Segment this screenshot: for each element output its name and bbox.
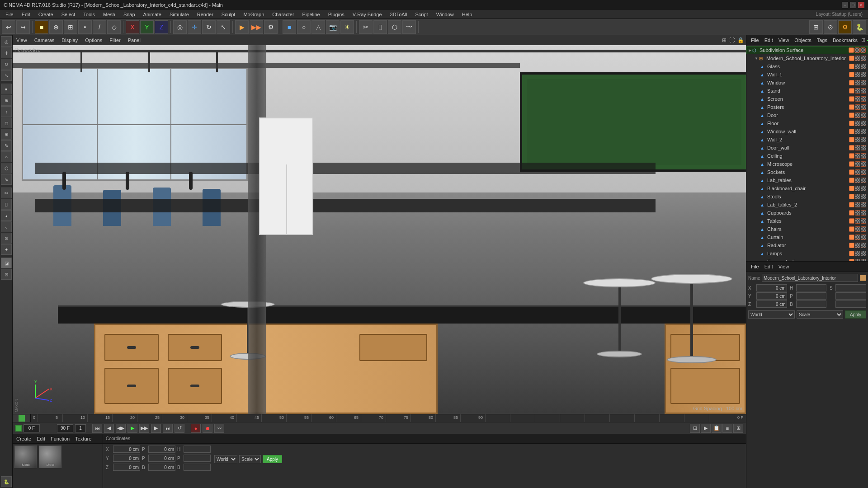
obj-menu-bookmarks[interactable]: Bookmarks [831, 38, 859, 43]
play-reverse-button[interactable]: ◀▶ [116, 424, 126, 433]
attr-menu-view[interactable]: View [777, 264, 791, 269]
obj-item-window-wall[interactable]: ▲ Window_wall [746, 127, 868, 136]
maximize-button[interactable]: □ [850, 2, 856, 8]
x-axis-button[interactable]: X [126, 20, 139, 34]
menu-animate[interactable]: Animate [140, 11, 165, 18]
menu-pipeline[interactable]: Pipeline [299, 11, 324, 18]
x-rot-field[interactable] [148, 446, 175, 453]
menu-simulate[interactable]: Simulate [166, 11, 193, 18]
left-btn3[interactable]: ↕ [1, 106, 12, 117]
x-size-field[interactable] [184, 446, 211, 453]
menu-vray[interactable]: V-Ray Bridge [349, 11, 386, 18]
obj-item-cupboards[interactable]: ▲ Cupboards [746, 209, 868, 217]
left-btn15[interactable]: ✦ [1, 244, 12, 255]
viewport-lock-icon[interactable]: 🔒 [737, 37, 744, 43]
obj-item-stand[interactable]: ▲ Stand [746, 87, 868, 95]
left-btn2[interactable]: ⊕ [1, 95, 12, 106]
viewport-menu-view[interactable]: View [14, 38, 29, 43]
viewport-layout-icon[interactable]: ⊞ [722, 37, 726, 43]
points-mode-button[interactable]: • [78, 20, 92, 34]
left-btn5[interactable]: ⊞ [1, 129, 12, 140]
left-select-btn[interactable]: ◎ [1, 36, 12, 47]
end-frame-field[interactable] [57, 424, 73, 432]
obj-item-root[interactable]: ▼ ⊞ Modern_School_Laboratory_Interior [746, 54, 868, 62]
menu-snap[interactable]: Snap [120, 11, 139, 18]
texture-axis-button[interactable]: ⊞ [64, 20, 77, 34]
attr-z-field[interactable] [756, 300, 787, 308]
snap-transport-btn[interactable]: ⊞ [690, 424, 700, 433]
attr-y-field[interactable] [756, 292, 787, 300]
menu-file[interactable]: File [2, 11, 17, 18]
viewport-menu-cameras[interactable]: Cameras [33, 38, 57, 43]
expand-btn[interactable]: ⊞ [733, 424, 743, 433]
play-button[interactable]: ▶ [127, 424, 137, 433]
z-size-field[interactable] [184, 464, 211, 471]
obj-item-labtables[interactable]: ▲ Lab_tables [746, 176, 868, 184]
left-btn4[interactable]: ◻ [1, 117, 12, 128]
left-btn11[interactable]: ⌷ [1, 199, 12, 210]
sphere-object-button[interactable]: ○ [297, 20, 311, 34]
attr-sz-field[interactable] [835, 300, 866, 308]
obj-item-floor[interactable]: ▲ Floor [746, 119, 868, 127]
motion-path-button[interactable]: 〰 [214, 424, 224, 433]
left-btn14[interactable]: ⊙ [1, 233, 12, 244]
menu-script[interactable]: Script [412, 11, 432, 18]
timeline-btn[interactable]: ≡ [722, 424, 732, 433]
left-btn6[interactable]: ✎ [1, 140, 12, 151]
left-mat-btn[interactable]: ◪ [1, 258, 12, 268]
attr-apply-button[interactable]: Apply [845, 310, 866, 319]
obj-item-subdivision[interactable]: ▶ ⬡ Subdivision Surface [746, 46, 868, 54]
left-tex-btn[interactable]: ⊡ [1, 269, 12, 280]
obj-item-ceiling[interactable]: ▲ Ceiling [746, 152, 868, 160]
render-view-button[interactable]: ▶ [235, 20, 249, 34]
obj-item-glass[interactable]: ▲ Glass [746, 62, 868, 70]
scale-tool-button[interactable]: ⤡ [217, 20, 230, 34]
obj-item-radiator[interactable]: ▲ Radiator [746, 241, 868, 249]
viewport-menu-options[interactable]: Options [83, 38, 104, 43]
attr-p-field[interactable] [796, 292, 827, 300]
timeline-ruler[interactable]: 0 5 10 15 20 25 30 35 40 45 50 55 60 65 … [13, 414, 746, 422]
attr-menu-file[interactable]: File [749, 264, 761, 269]
left-btn12[interactable]: ⬧ [1, 210, 12, 221]
obj-item-chairs[interactable]: ▲ Chairs [746, 225, 868, 233]
polygons-mode-button[interactable]: ◇ [107, 20, 121, 34]
menu-edit[interactable]: Edit [18, 11, 34, 18]
z-rot-field[interactable] [148, 464, 175, 471]
knife-tool-button[interactable]: ✂ [359, 20, 373, 34]
move-tool-button[interactable]: ✛ [188, 20, 201, 34]
menu-window[interactable]: Window [433, 11, 458, 18]
attr-x-field[interactable] [756, 284, 787, 291]
menu-mesh[interactable]: Mesh [99, 11, 119, 18]
material-swatch-1[interactable]: Modi [14, 446, 37, 468]
mat-menu-create[interactable]: Create [14, 436, 33, 441]
attr-b-field[interactable] [796, 300, 827, 308]
rotate-tool-button[interactable]: ↻ [202, 20, 216, 34]
material-swatch-2[interactable]: Modi [39, 446, 61, 468]
attr-menu-edit[interactable]: Edit [763, 264, 775, 269]
auto-key-button[interactable]: ⏺ [203, 424, 212, 433]
y-rot-field[interactable] [148, 455, 175, 462]
render-picture-button[interactable]: ▶▶ [250, 20, 263, 34]
obj-item-screen[interactable]: ▲ Screen [746, 95, 868, 103]
left-btn8[interactable]: ⬡ [1, 163, 12, 174]
obj-item-lamps[interactable]: ▲ Lamps [746, 249, 868, 258]
next-frame-button[interactable]: ▶ [151, 424, 161, 433]
model-mode-button[interactable]: ■ [35, 20, 48, 34]
obj-header-icon-1[interactable]: ⊞ [861, 37, 865, 43]
attr-sy-field[interactable] [835, 292, 866, 300]
menu-sculpt[interactable]: Sculpt [218, 11, 239, 18]
snap-button[interactable]: ⊞ [809, 20, 823, 34]
obj-item-labtables2[interactable]: ▲ Lab_tables_2 [746, 201, 868, 209]
viewport-fullscreen-icon[interactable]: ⛶ [729, 37, 735, 43]
prev-frame-button[interactable]: ◀ [104, 424, 114, 433]
current-frame-field[interactable] [24, 424, 40, 432]
viewport-menu-panel[interactable]: Panel [126, 38, 142, 43]
apply-button[interactable]: Apply [263, 455, 282, 463]
cube-object-button[interactable]: ■ [283, 20, 296, 34]
extrude-button[interactable]: ⬡ [388, 20, 401, 34]
obj-item-posters[interactable]: ▲ Posters [746, 103, 868, 111]
spline-button[interactable]: 〜 [402, 20, 416, 34]
y-size-field[interactable] [184, 455, 211, 462]
render-transport-btn[interactable]: ▶ [701, 424, 711, 433]
scale-dropdown[interactable]: Scale [239, 455, 261, 463]
